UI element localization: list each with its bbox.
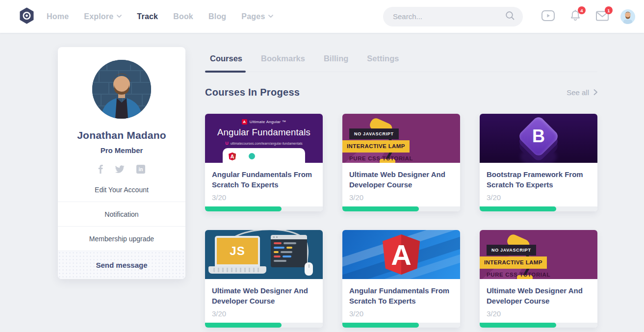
lamp-badges: NO JAVASCRIPT INTERACTIVE LAMP PURE CSS … — [342, 128, 458, 161]
chevron-right-icon — [593, 88, 597, 97]
messages-button[interactable]: 1 — [595, 10, 609, 23]
nav-item-home[interactable]: Home — [47, 12, 69, 21]
menu-item-edit-your-account[interactable]: Edit Your Account — [58, 178, 185, 202]
course-title: Angular Fundamentals From Scratch To Exp… — [212, 169, 316, 190]
search-icon — [505, 11, 515, 23]
course-progress-bar — [480, 206, 597, 211]
angular-mini-logo-icon: A — [242, 119, 247, 125]
send-message-button[interactable]: Send message — [58, 251, 185, 279]
svg-text:A: A — [231, 153, 234, 159]
banner-angular-promo: AUltimate Angular ™ Angular Fundamentals… — [205, 114, 323, 163]
svg-text:A: A — [391, 239, 412, 271]
notification-badge: 4 — [578, 6, 586, 14]
user-avatar[interactable] — [620, 9, 635, 24]
nav-item-explore[interactable]: Explore — [84, 12, 122, 21]
banner-bootstrap: B — [480, 114, 597, 163]
course-progress-bar — [205, 323, 323, 328]
laptop-icon: JS — [215, 236, 266, 274]
banner-angular-shield: A — [342, 230, 460, 279]
code-window-icon — [271, 235, 307, 267]
badge-interactive-lamp: INTERACTIVE LAMP — [342, 140, 410, 153]
course-card[interactable]: NO JAVASCRIPT INTERACTIVE LAMP PURE CSS … — [342, 114, 460, 211]
lamp-badges: NO JAVASCRIPT INTERACTIVE LAMP PURE CSS … — [480, 245, 595, 278]
chevron-down-icon — [268, 15, 273, 18]
notifications-button[interactable]: 4 — [568, 10, 582, 23]
course-progress-label: 3/20 — [349, 193, 453, 202]
mouse-icon — [305, 262, 313, 276]
banner-url-line: Uultimatecourses.com/learn/angular-funda… — [205, 141, 323, 146]
course-progress-bar — [342, 206, 460, 211]
badge-pure-css-tutorial: PURE CSS TUTORIAL — [349, 155, 458, 161]
video-icon — [541, 10, 555, 23]
course-progress-bar — [480, 323, 597, 328]
search-input[interactable]: Search... — [383, 7, 523, 26]
tab-settings[interactable]: Settings — [367, 47, 399, 72]
search-placeholder: Search... — [393, 12, 505, 21]
svg-text:in: in — [139, 167, 143, 172]
profile-card: Jonathan Madano Pro Member in Edit Your … — [58, 47, 185, 279]
facebook-icon[interactable] — [98, 165, 103, 174]
badge-no-javascript: NO JAVASCRIPT — [487, 245, 536, 255]
banner-inner-card: A — [223, 148, 305, 163]
banner-javascript: JS — [205, 230, 323, 279]
nav-item-track[interactable]: Track — [137, 12, 158, 21]
social-links: in — [58, 165, 185, 174]
ultimate-courses-icon: U — [225, 141, 229, 146]
course-progress-label: 3/20 — [487, 309, 591, 318]
tab-bar: CoursesBookmarksBillingSettings — [205, 47, 597, 72]
nav-item-blog[interactable]: Blog — [208, 12, 226, 21]
tab-bookmarks[interactable]: Bookmarks — [261, 47, 305, 72]
app-logo[interactable] — [19, 7, 35, 26]
banner-brand-line: AUltimate Angular ™ — [205, 114, 323, 125]
course-card[interactable]: NO JAVASCRIPT INTERACTIVE LAMP PURE CSS … — [480, 230, 597, 328]
tab-courses[interactable]: Courses — [210, 47, 242, 72]
membership-badge: Pro Member — [58, 146, 185, 154]
course-progress-label: 3/20 — [487, 193, 591, 202]
banner-css-lamp: NO JAVASCRIPT INTERACTIVE LAMP PURE CSS … — [480, 230, 597, 279]
course-title: Ultimate Web Designer And Developer Cour… — [212, 285, 316, 306]
angular-shield-icon: A — [383, 234, 420, 275]
badge-no-javascript: NO JAVASCRIPT — [349, 128, 399, 139]
top-navbar: HomeExploreTrackBookBlogPages Search... — [0, 0, 644, 33]
badge-interactive-lamp: INTERACTIVE LAMP — [480, 256, 547, 269]
course-card[interactable]: A Angular Fundamentals From Scratch To E… — [342, 230, 460, 328]
twitter-icon[interactable] — [115, 165, 125, 174]
course-progress-label: 3/20 — [212, 193, 316, 202]
angular-shield-icon: A — [229, 153, 236, 160]
video-button[interactable] — [541, 10, 555, 23]
course-title: Angular Fundamentals From Scratch To Exp… — [349, 285, 453, 306]
badge-pure-css-tutorial: PURE CSS TUTORIAL — [487, 272, 595, 278]
main-area: Jonathan Madano Pro Member in Edit Your … — [0, 33, 644, 328]
course-progress-bar — [205, 206, 323, 211]
nav-item-pages[interactable]: Pages — [241, 12, 273, 21]
app-root: HomeExploreTrackBookBlogPages Search... — [0, 0, 644, 328]
main-nav: HomeExploreTrackBookBlogPages — [47, 12, 273, 21]
tab-billing[interactable]: Billing — [324, 47, 348, 72]
message-badge: 1 — [605, 6, 613, 14]
profile-photo — [92, 60, 151, 119]
linkedin-icon[interactable]: in — [136, 165, 145, 174]
nav-item-book[interactable]: Book — [173, 12, 193, 21]
course-title: Ultimate Web Designer And Developer Cour… — [349, 169, 453, 190]
section-header: Courses In Progess See all — [205, 87, 597, 98]
course-card[interactable]: B Bootstrap Framework From Scratch To Ex… — [480, 114, 597, 211]
banner-heading: Angular Fundamentals — [205, 127, 323, 138]
menu-item-notification[interactable]: Notification — [58, 202, 185, 226]
menu-item-membership-upgrade[interactable]: Membership upgrade — [58, 226, 185, 251]
course-card[interactable]: AUltimate Angular ™ Angular Fundamentals… — [205, 114, 323, 211]
banner-css-lamp: NO JAVASCRIPT INTERACTIVE LAMP PURE CSS … — [342, 114, 460, 163]
chevron-down-icon — [117, 15, 122, 18]
course-title: Ultimate Web Designer And Developer Cour… — [487, 285, 591, 306]
teal-dot-icon — [249, 153, 255, 159]
js-logo: JS — [217, 238, 258, 264]
content-area: CoursesBookmarksBillingSettings Courses … — [205, 47, 597, 328]
profile-menu: Edit Your AccountNotificationMembership … — [58, 178, 185, 251]
see-all-link[interactable]: See all — [567, 88, 597, 97]
course-progress-bar — [342, 323, 460, 328]
profile-name: Jonathan Madano — [58, 129, 185, 141]
course-progress-label: 3/20 — [349, 309, 453, 318]
logo-icon — [19, 7, 35, 26]
course-progress-label: 3/20 — [212, 309, 316, 318]
course-title: Bootstrap Framework From Scratch To Expe… — [487, 169, 591, 190]
course-card[interactable]: JS Ultimate Web Designer And Developer C… — [205, 230, 323, 328]
